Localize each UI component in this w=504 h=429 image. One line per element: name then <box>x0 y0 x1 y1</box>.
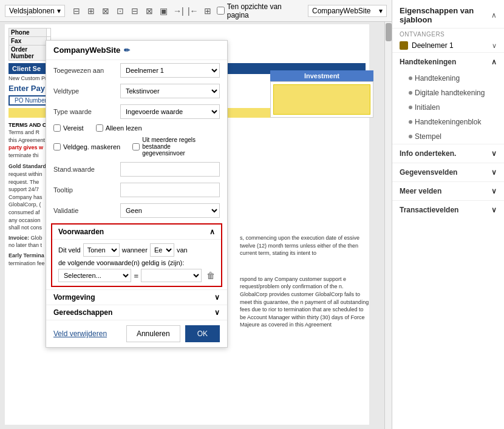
sidebar-title: Eigenschappen van sjabloon <box>400 6 491 24</box>
table-cell-fax: Fax <box>9 37 47 46</box>
type-waarde-select[interactable]: Ingevoerde waarde <box>120 104 220 119</box>
veldgeg-checkbox-item: Veldgeg. maskeren <box>53 137 120 157</box>
toolbar-icon-7[interactable]: ▣ <box>157 4 171 18</box>
initialen-label: Initialen <box>415 103 440 112</box>
info-onderteken-header[interactable]: Info onderteken. ∨ <box>392 144 504 163</box>
transactievelden-title: Transactievelden <box>400 206 458 214</box>
blok-dot <box>409 120 412 124</box>
veldtype-select[interactable]: Tekstinvoer <box>120 84 220 98</box>
selecteren-select[interactable]: Selecteren... <box>58 269 131 282</box>
vormgeving-row[interactable]: Vormgeving ∨ <box>46 289 227 305</box>
toolbar-icon-6[interactable]: ⊠ <box>143 4 156 18</box>
client-section-label: Client Se <box>12 65 41 72</box>
digitale-label: Digitale handtekening <box>415 89 485 97</box>
ok-button[interactable]: OK <box>185 325 220 342</box>
site-dropdown-arrow: ▾ <box>379 7 383 15</box>
info-onderteken-section: Info onderteken. ∨ <box>392 144 504 163</box>
vormgeving-chevron: ∨ <box>214 293 220 302</box>
deelnemer1-label: Deelnemer 1 <box>412 41 454 50</box>
initialen-dot <box>409 106 412 109</box>
right-text-1: s, commencing upon the execution date of… <box>240 234 370 257</box>
panel-header: CompanyWebSite ✏ <box>46 41 227 60</box>
tooltip-input[interactable] <box>120 183 220 197</box>
alleen-lezen-checkbox[interactable] <box>96 124 103 132</box>
info-onderteken-chevron: ∨ <box>491 149 497 158</box>
van-label: van <box>177 246 188 254</box>
toolbar-icon-8[interactable]: →| <box>172 4 185 18</box>
site-dropdown[interactable]: CompanyWebSite ▾ <box>308 5 387 17</box>
voorwaarden-body: Dit veld Tonen wanneer Een van <box>52 240 221 286</box>
dit-veld-select[interactable]: Tonen <box>83 243 120 257</box>
condition-value-select[interactable] <box>141 269 202 282</box>
sidebar-item-stempel[interactable]: Stempel <box>392 129 504 144</box>
deelnemer1-chevron: ∨ <box>492 42 497 50</box>
stand-waarde-label: Stand.waarde <box>53 166 120 173</box>
uit-meerdere-checkbox-item: Uit meerdere regels bestaande gegevensin… <box>132 137 215 157</box>
vereist-checkbox[interactable] <box>53 124 61 132</box>
sidebar-collapse-icon[interactable]: ∧ <box>491 11 497 19</box>
scroll-thumb[interactable] <box>386 23 392 41</box>
validatie-label: Validatie <box>53 207 120 214</box>
sidebar-item-handtekeningenblok[interactable]: Handtekeningenblok <box>392 115 504 129</box>
toolbar-icon-2[interactable]: ⊞ <box>84 4 98 18</box>
blok-label: Handtekeningenblok <box>415 118 481 126</box>
toolbar: Veldsjablonen ▾ ⊟ ⊞ ⊠ ⊡ ⊟ ⊠ ▣ →| |← ⊞ Te… <box>0 0 392 22</box>
toegewezen-select[interactable]: Deelnemer 1 <box>120 63 220 78</box>
stand-waarde-input[interactable] <box>120 162 220 177</box>
transactievelden-header[interactable]: Transactievelden ∨ <box>392 201 504 219</box>
toegewezen-label: Toegewezen aan <box>53 67 120 74</box>
voorwaarden-title: Voorwaarden <box>58 228 104 236</box>
uit-meerdere-checkbox[interactable] <box>132 143 140 150</box>
veldsjablonen-dropdown[interactable]: Veldsjablonen ▾ <box>5 5 65 17</box>
veldsjablonen-label: Veldsjablonen <box>9 7 55 15</box>
meer-velden-section: Meer velden ∨ <box>392 181 504 200</box>
gereedschappen-chevron: ∨ <box>214 308 220 317</box>
wanneer-select[interactable]: Een <box>150 243 174 257</box>
volgende-text: de volgende voorwaarde(n) geldig is (zij… <box>58 259 215 266</box>
handtekening-dot <box>409 76 412 80</box>
sidebar-item-initialen[interactable]: Initialen <box>392 100 504 115</box>
meer-velden-header[interactable]: Meer velden ∨ <box>392 182 504 200</box>
gegevensvelden-header[interactable]: Gegevensvelden ∨ <box>392 163 504 181</box>
sidebar-item-digitale-handtekening[interactable]: Digitale handtekening <box>392 86 504 100</box>
trash-icon[interactable]: 🗑 <box>206 271 215 280</box>
gegevensvelden-chevron: ∨ <box>491 168 497 177</box>
scrollbar[interactable] <box>384 22 392 429</box>
investment-header: Investment <box>270 70 373 81</box>
toolbar-icon-4[interactable]: ⊡ <box>114 4 127 18</box>
stand-waarde-row: Stand.waarde <box>46 159 227 180</box>
voorwaarden-header[interactable]: Voorwaarden ∧ <box>52 225 221 240</box>
alleen-lezen-label: Alleen lezen <box>106 124 142 132</box>
veld-verwijderen-button[interactable]: Veld verwijderen <box>53 329 107 338</box>
edit-icon[interactable]: ✏ <box>124 46 130 55</box>
sidebar-item-handtekening[interactable]: Handtekening <box>392 71 504 86</box>
pagina-checkbox-label: Ten opzichte van pagina <box>227 2 301 19</box>
toolbar-icon-10[interactable]: ⊞ <box>201 4 214 18</box>
digitale-dot <box>409 91 412 95</box>
validatie-select[interactable]: Geen <box>120 203 220 218</box>
stempel-label: Stempel <box>415 132 441 141</box>
toolbar-icon-5[interactable]: ⊟ <box>128 4 141 18</box>
gereedschappen-label: Gereedschappen <box>53 308 112 317</box>
toolbar-icon-9[interactable]: |← <box>186 4 200 18</box>
deelnemer1-item[interactable]: Deelnemer 1 ∨ <box>392 39 504 52</box>
gereedschappen-row[interactable]: Gereedschappen ∨ <box>46 305 227 320</box>
toolbar-icon-1[interactable]: ⊟ <box>70 4 83 18</box>
tooltip-row: Tooltip <box>46 180 227 200</box>
right-text-2: rspond to any Company customer support e… <box>240 275 370 329</box>
voorwaarden-section: Voorwaarden ∧ Dit veld Tonen wanneer <box>51 223 222 287</box>
investment-yellow-box <box>273 84 370 115</box>
veldgeg-checkbox[interactable] <box>53 143 61 150</box>
annuleren-button[interactable]: Annuleren <box>126 325 180 342</box>
type-waarde-row: Type waarde Ingevoerde waarde <box>46 101 227 122</box>
right-sidebar: Eigenschappen van sjabloon ∧ ONTVANGERS … <box>392 0 504 429</box>
vereist-label: Vereist <box>63 124 84 132</box>
toolbar-icon-3[interactable]: ⊠ <box>99 4 112 18</box>
doc-content: Phone Fax Order Number Client Se New Cus… <box>0 22 392 429</box>
table-cell-order: Order Number <box>9 46 47 61</box>
voorwaarden-chevron: ∧ <box>209 228 215 236</box>
handtekeningen-header[interactable]: Handtekeningen ∧ <box>392 53 504 71</box>
pagina-checkbox[interactable] <box>217 7 225 15</box>
handtekeningen-chevron: ∧ <box>491 58 497 66</box>
transactievelden-section: Transactievelden ∨ <box>392 200 504 219</box>
